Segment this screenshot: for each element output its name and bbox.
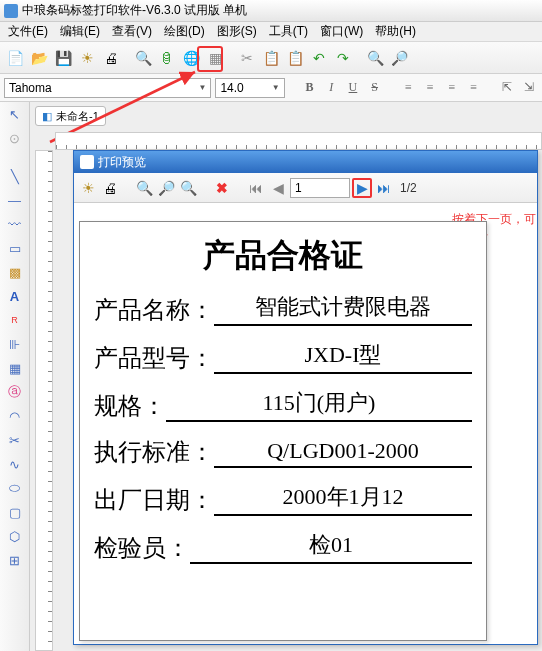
settings-icon[interactable]: ☀ (76, 47, 98, 69)
richtext-tool-icon[interactable]: R (4, 310, 26, 330)
field-row: 产品型号： JXD-I型 (94, 340, 472, 374)
print-icon[interactable]: 🖨 (100, 47, 122, 69)
align-center-button[interactable]: ≡ (421, 79, 439, 97)
print-preview-window: 打印预览 ☀ 🖨 🔍 🔎 🔍 ✖ ⏮ ◀ ▶ ⏭ 1/2 按着下一页，可以进行 … (73, 150, 538, 645)
window-title: 中琅条码标签打印软件-V6.3.0 试用版 单机 (22, 2, 247, 19)
rect-tool-icon[interactable]: ▭ (4, 238, 26, 258)
certificate-page: 产品合格证 产品名称： 智能式计费限电器 产品型号： JXD-I型 规格： 11… (79, 221, 487, 641)
left-tool-palette: ↖ ⊙ ╲ — 〰 ▭ ▩ A R ⊪ ▦ ⓐ ◠ ✂ ∿ ⬭ ▢ ⬡ ⊞ (0, 102, 30, 651)
main-toolbar: 📄 📂 💾 ☀ 🖨 🔍 🛢 🌐 ▦ ✂ 📋 📋 ↶ ↷ 🔍 🔎 (0, 42, 542, 74)
preview-title-text: 打印预览 (98, 154, 146, 171)
ellipse-tool-icon[interactable]: ⬭ (4, 478, 26, 498)
preview-window-icon (80, 155, 94, 169)
save-icon[interactable]: 💾 (52, 47, 74, 69)
curve-tool-icon[interactable]: ∿ (4, 454, 26, 474)
menu-draw[interactable]: 绘图(D) (158, 21, 211, 42)
crop-tool-icon[interactable]: ✂ (4, 430, 26, 450)
field-value: 115门(用户) (166, 388, 472, 422)
bold-button[interactable]: B (301, 79, 319, 97)
doc-tab-label: 未命名-1 (56, 109, 99, 124)
field-label: 产品名称： (94, 294, 214, 326)
preview-titlebar[interactable]: 打印预览 (74, 151, 537, 173)
open-icon[interactable]: 📂 (28, 47, 50, 69)
field-value: 检01 (190, 530, 472, 564)
field-row: 出厂日期： 2000年1月12 (94, 482, 472, 516)
strike-button[interactable]: S (366, 79, 384, 97)
image-tool-icon[interactable]: ▩ (4, 262, 26, 282)
arc-tool-icon[interactable]: ◠ (4, 406, 26, 426)
preview-first-icon[interactable]: ⏮ (246, 178, 266, 198)
preview-zoomin-icon[interactable]: 🔎 (156, 178, 176, 198)
preview-prev-icon[interactable]: ◀ (268, 178, 288, 198)
new-icon[interactable]: 📄 (4, 47, 26, 69)
align-justify-button[interactable]: ≡ (465, 79, 483, 97)
field-label: 执行标准： (94, 436, 214, 468)
polygon-tool-icon[interactable]: ⬡ (4, 526, 26, 546)
preview-zoomfit-icon[interactable]: 🔍 (178, 178, 198, 198)
chevron-down-icon: ▼ (272, 83, 280, 92)
menu-file[interactable]: 文件(E) (2, 21, 54, 42)
italic-button[interactable]: I (322, 79, 340, 97)
underline-button[interactable]: U (344, 79, 362, 97)
field-row: 规格： 115门(用户) (94, 388, 472, 422)
preview-toolbar: ☀ 🖨 🔍 🔎 🔍 ✖ ⏮ ◀ ▶ ⏭ 1/2 (74, 173, 537, 203)
menu-window[interactable]: 窗口(W) (314, 21, 369, 42)
vline-tool-icon[interactable]: — (4, 190, 26, 210)
preview-icon[interactable]: 🔍 (132, 47, 154, 69)
polyline-tool-icon[interactable]: 〰 (4, 214, 26, 234)
table-tool-icon[interactable]: ⊞ (4, 550, 26, 570)
chevron-down-icon: ▼ (198, 83, 206, 92)
field-value: JXD-I型 (214, 340, 472, 374)
zoom-out-icon[interactable]: 🔍 (364, 47, 386, 69)
font-name-value: Tahoma (9, 81, 52, 95)
valign-middle-button[interactable]: ⇲ (520, 79, 538, 97)
circle-text-tool-icon[interactable]: ⓐ (4, 382, 26, 402)
database-icon[interactable]: 🛢 (156, 47, 178, 69)
ruler-horizontal (55, 132, 542, 150)
preview-next-icon[interactable]: ▶ (352, 178, 372, 198)
pointer-tool-icon[interactable]: ↖ (4, 104, 26, 124)
pan-tool-icon[interactable]: ⊙ (4, 128, 26, 148)
copy-icon[interactable]: 📋 (260, 47, 282, 69)
menu-tools[interactable]: 工具(T) (263, 21, 314, 42)
valign-top-button[interactable]: ⇱ (498, 79, 516, 97)
preview-page-total: 1/2 (396, 181, 421, 195)
font-size-combo[interactable]: 14.0 ▼ (215, 78, 284, 98)
rounded-rect-tool-icon[interactable]: ▢ (4, 502, 26, 522)
preview-settings-icon[interactable]: ☀ (78, 178, 98, 198)
globe-icon[interactable]: 🌐 (180, 47, 202, 69)
menu-bar: 文件(E) 编辑(E) 查看(V) 绘图(D) 图形(S) 工具(T) 窗口(W… (0, 22, 542, 42)
preview-print-icon[interactable]: 🖨 (100, 178, 120, 198)
field-label: 产品型号： (94, 342, 214, 374)
barcode-tool-icon[interactable]: ⊪ (4, 334, 26, 354)
align-left-button[interactable]: ≡ (399, 79, 417, 97)
font-name-combo[interactable]: Tahoma ▼ (4, 78, 211, 98)
line-tool-icon[interactable]: ╲ (4, 166, 26, 186)
text-tool-icon[interactable]: A (4, 286, 26, 306)
field-row: 检验员： 检01 (94, 530, 472, 564)
cut-icon[interactable]: ✂ (236, 47, 258, 69)
font-size-value: 14.0 (220, 81, 243, 95)
undo-icon[interactable]: ↶ (308, 47, 330, 69)
font-toolbar: Tahoma ▼ 14.0 ▼ B I U S ≡ ≡ ≡ ≡ ⇱ ⇲ (0, 74, 542, 102)
menu-help[interactable]: 帮助(H) (369, 21, 422, 42)
title-bar: 中琅条码标签打印软件-V6.3.0 试用版 单机 (0, 0, 542, 22)
document-tab[interactable]: ◧ 未命名-1 (35, 106, 106, 126)
field-label: 出厂日期： (94, 484, 214, 516)
qrcode-tool-icon[interactable]: ▦ (4, 358, 26, 378)
ruler-vertical (35, 150, 53, 651)
preview-close-icon[interactable]: ✖ (212, 178, 232, 198)
zoom-in-icon[interactable]: 🔎 (388, 47, 410, 69)
grid-icon[interactable]: ▦ (204, 47, 226, 69)
paste-icon[interactable]: 📋 (284, 47, 306, 69)
menu-shape[interactable]: 图形(S) (211, 21, 263, 42)
field-row: 执行标准： Q/LGD001-2000 (94, 436, 472, 468)
preview-last-icon[interactable]: ⏭ (374, 178, 394, 198)
menu-edit[interactable]: 编辑(E) (54, 21, 106, 42)
redo-icon[interactable]: ↷ (332, 47, 354, 69)
align-right-button[interactable]: ≡ (443, 79, 461, 97)
menu-view[interactable]: 查看(V) (106, 21, 158, 42)
preview-zoomout-icon[interactable]: 🔍 (134, 178, 154, 198)
preview-page-input[interactable] (290, 178, 350, 198)
field-label: 规格： (94, 390, 166, 422)
